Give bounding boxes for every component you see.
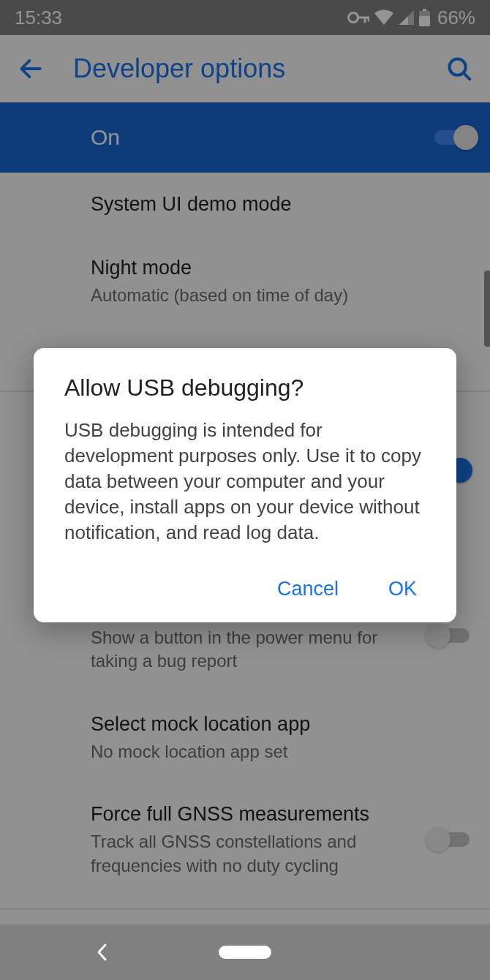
navigation-bar [0,924,490,980]
dialog-body: USB debugging is intended for developmen… [64,418,426,546]
ok-button[interactable]: OK [384,572,421,606]
cancel-button[interactable]: Cancel [273,572,343,606]
dialog-title: Allow USB debugging? [64,374,426,402]
nav-home-pill[interactable] [219,946,271,959]
usb-debugging-dialog: Allow USB debugging? USB debugging is in… [34,348,456,622]
chevron-left-icon [95,942,110,962]
nav-back-button[interactable] [95,942,110,962]
dialog-actions: Cancel OK [64,572,426,606]
